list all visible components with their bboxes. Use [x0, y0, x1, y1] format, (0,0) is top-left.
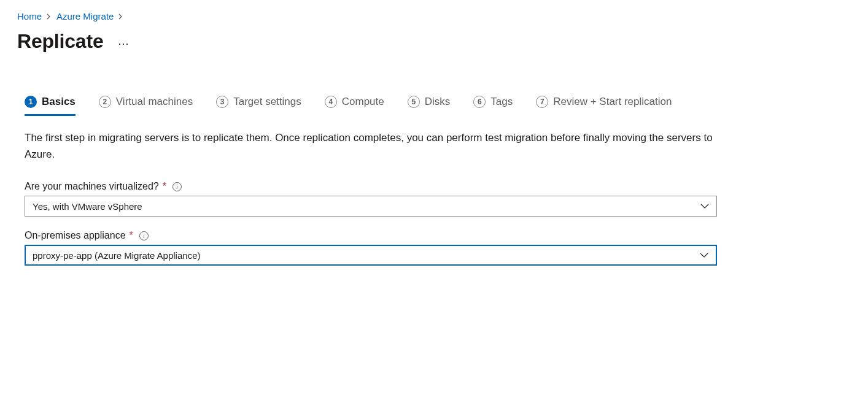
field-label: On-premises appliance * i: [25, 230, 717, 241]
page-title: Replicate: [17, 30, 103, 53]
info-icon[interactable]: i: [139, 231, 149, 240]
step-target-settings[interactable]: 3 Target settings: [216, 96, 301, 116]
step-label: Review + Start replication: [553, 96, 672, 108]
step-label: Compute: [342, 96, 384, 108]
chevron-right-icon: [118, 12, 123, 21]
step-number: 2: [99, 96, 111, 108]
step-label: Target settings: [233, 96, 301, 108]
title-row: Replicate ···: [17, 30, 851, 53]
step-disks[interactable]: 5 Disks: [408, 96, 451, 116]
step-label: Basics: [42, 96, 76, 108]
wizard-steps: 1 Basics 2 Virtual machines 3 Target set…: [17, 96, 851, 116]
required-star: *: [163, 181, 166, 192]
step-label: Tags: [490, 96, 513, 108]
step-number: 7: [536, 96, 548, 108]
required-star: *: [130, 230, 133, 241]
breadcrumb-home[interactable]: Home: [17, 11, 42, 21]
step-number: 6: [473, 96, 486, 108]
select-value: Yes, with VMware vSphere: [33, 201, 142, 212]
chevron-down-icon: [700, 253, 708, 258]
step-basics[interactable]: 1 Basics: [25, 96, 76, 116]
step-compute[interactable]: 4 Compute: [325, 96, 384, 116]
select-value: pproxy-pe-app (Azure Migrate Appliance): [33, 250, 200, 261]
info-icon[interactable]: i: [172, 182, 182, 191]
form-content: The first step in migrating servers is t…: [17, 129, 717, 266]
step-number: 1: [25, 96, 37, 108]
step-review-start[interactable]: 7 Review + Start replication: [536, 96, 672, 116]
label-text: Are your machines virtualized?: [25, 181, 159, 192]
field-virtualized: Are your machines virtualized? * i Yes, …: [25, 181, 717, 217]
chevron-down-icon: [700, 204, 709, 209]
step-label: Disks: [425, 96, 451, 108]
step-label: Virtual machines: [116, 96, 193, 108]
step-number: 3: [216, 96, 228, 108]
virtualized-select[interactable]: Yes, with VMware vSphere: [25, 196, 717, 217]
step-number: 5: [408, 96, 420, 108]
field-label: Are your machines virtualized? * i: [25, 181, 717, 192]
intro-text: The first step in migrating servers is t…: [25, 129, 717, 163]
more-icon[interactable]: ···: [118, 34, 129, 49]
chevron-right-icon: [47, 12, 52, 21]
appliance-select[interactable]: pproxy-pe-app (Azure Migrate Appliance): [25, 245, 717, 266]
field-appliance: On-premises appliance * i pproxy-pe-app …: [25, 230, 717, 266]
breadcrumb: Home Azure Migrate: [17, 11, 851, 21]
breadcrumb-azure-migrate[interactable]: Azure Migrate: [56, 11, 114, 21]
step-tags[interactable]: 6 Tags: [473, 96, 513, 116]
step-virtual-machines[interactable]: 2 Virtual machines: [99, 96, 193, 116]
step-number: 4: [325, 96, 337, 108]
label-text: On-premises appliance: [25, 230, 126, 241]
